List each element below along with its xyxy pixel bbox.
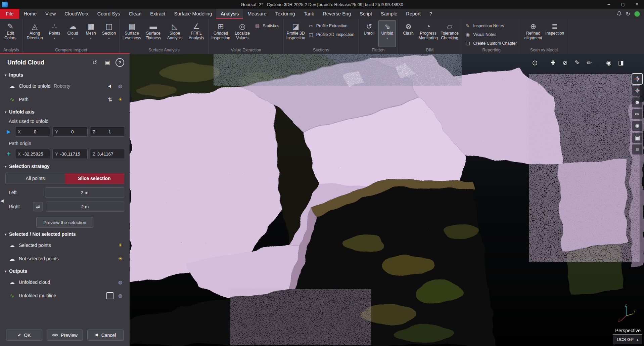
menu-reverse-eng[interactable]: Reverse Eng (318, 9, 355, 19)
inspection-button[interactable]: ≣ Inspection (544, 20, 565, 47)
origin-x-input[interactable] (23, 152, 48, 157)
preview-button[interactable]: Preview (47, 330, 83, 341)
create-custom-chapter-button[interactable]: ❏ Create Custom Chapter (463, 40, 519, 47)
viewport-3d[interactable]: ⊙ ✚ ⊘ ✎ ✏ ◉ ◨ ☻ ✑ ✺ ▣ ≡ Z (130, 54, 644, 346)
texture-tool-icon[interactable]: ◨ (616, 58, 626, 68)
menu-report[interactable]: Report (402, 9, 425, 19)
section-outputs-header[interactable]: ▾ Outputs (0, 265, 130, 275)
ucs-selector[interactable]: UCS GP ▴ (613, 334, 642, 344)
account-status-icon[interactable] (634, 11, 640, 17)
menu-view[interactable]: View (41, 9, 60, 19)
section-inspect-button[interactable]: ◫ Section ▾ (100, 20, 118, 47)
panel-collapse-handle[interactable]: ◀ (0, 198, 4, 203)
export-icon[interactable]: ▣ (103, 58, 112, 67)
link-values-toggle-icon[interactable]: ⇄ (33, 202, 43, 211)
axis-z-input[interactable] (97, 129, 122, 134)
rotation-center-icon[interactable] (632, 74, 642, 84)
visibility-sun-icon[interactable]: ☀ (117, 96, 124, 102)
pick-rotation-point-icon[interactable] (632, 86, 642, 96)
menu-cloudworx[interactable]: CloudWorx (60, 9, 93, 19)
origin-point-icon[interactable]: + (5, 150, 13, 158)
cancel-button[interactable]: ✖ Cancel (87, 330, 124, 341)
refined-alignment-button[interactable]: ⊕ Refined alignment (523, 20, 544, 47)
cloud-inspect-button[interactable]: ☁ Cloud ▾ (64, 20, 82, 47)
viewpoint-avatar-icon[interactable]: ☻ (632, 97, 642, 107)
paint-selection-icon[interactable]: ✑ (632, 109, 642, 119)
slice-selection-button[interactable]: Slice selection (65, 173, 124, 184)
surface-flatness-button[interactable]: ▬ Surface Flatness (143, 20, 164, 47)
sync-icon[interactable]: ↻ (626, 11, 630, 17)
notifications-bell-icon[interactable] (617, 11, 622, 16)
origin-y-input[interactable] (60, 152, 85, 157)
menu-sample[interactable]: Sample (376, 9, 402, 19)
minimize-icon[interactable]: – (602, 0, 616, 9)
menu-file[interactable]: File (0, 9, 19, 19)
menu-analysis[interactable]: Analysis (216, 9, 243, 19)
visibility-bulb-icon[interactable]: ◍ (117, 279, 124, 285)
measure-add-icon[interactable]: ✚ (548, 58, 558, 68)
section-inputs-header[interactable]: ▾ Inputs (0, 69, 130, 79)
along-direction-button[interactable]: ◬ Along Direction (25, 20, 45, 47)
edit-colors-button[interactable]: ✎ Edit Colors (2, 20, 19, 47)
close-icon[interactable]: ✕ (630, 0, 644, 9)
reset-icon[interactable]: ↺ (90, 58, 99, 67)
lighting-icon[interactable]: ✺ (632, 121, 642, 131)
progress-monitoring-button[interactable]: ◔ Progress Monitoring (418, 20, 439, 47)
unfold-button[interactable]: ⇘ Unfold ▾ (378, 20, 396, 47)
slope-analysis-button[interactable]: ◺ Slope Analysis (165, 20, 185, 47)
menu-tank[interactable]: Tank (300, 9, 319, 19)
menu-script[interactable]: Script (355, 9, 376, 19)
unfolded-multiline-checkbox[interactable] (106, 292, 113, 299)
inspection-notes-button[interactable]: ✎ Inspection Notes (463, 23, 507, 29)
menu-extract[interactable]: Extract (146, 9, 170, 19)
axis-direction-icon[interactable]: ▶ (5, 129, 13, 135)
menu-clean[interactable]: Clean (124, 9, 146, 19)
profile-3d-inspection-button[interactable]: ◪ Profile 3D Inspection (285, 20, 306, 47)
tolerance-checking-button[interactable]: ▱ Tolerance Checking (439, 20, 460, 47)
visibility-bulb-icon[interactable]: ◍ (117, 293, 124, 298)
menu-measure[interactable]: Measure (243, 9, 271, 19)
profile-extraction-button[interactable]: ✂ Profile Extraction (307, 23, 350, 29)
axis-y-input[interactable] (60, 129, 85, 134)
view-target-icon[interactable]: ⊙ (530, 58, 540, 68)
projection-mode-label[interactable]: Perspective (615, 328, 641, 333)
reverse-path-icon[interactable]: ⇅ (107, 96, 113, 103)
section-selected-points-header[interactable]: ▾ Selected / Not selected points (0, 228, 130, 239)
surface-levelness-button[interactable]: ▤ Surface Levelness (122, 20, 142, 47)
help-icon[interactable]: ? (116, 58, 124, 67)
menu-texturing[interactable]: Texturing (271, 9, 300, 19)
visibility-sun-icon[interactable]: ☀ (117, 256, 124, 262)
right-distance-field[interactable]: 2 m (46, 202, 124, 212)
origin-z-input[interactable] (97, 152, 122, 157)
preview-selection-button[interactable]: Preview the selection (36, 217, 93, 228)
statistics-button[interactable]: ▥ Statistics (253, 23, 282, 29)
menu-home[interactable]: Home (19, 9, 41, 19)
visibility-tool-icon[interactable]: ◉ (604, 58, 614, 68)
localize-values-button[interactable]: ◎ Localize Values (232, 20, 253, 47)
mesh-inspect-button[interactable]: ▦ Mesh ▾ (82, 20, 100, 47)
axis-x-input[interactable] (23, 129, 48, 134)
menu-help[interactable]: ? (425, 9, 436, 19)
profile-2d-inspection-button[interactable]: ◱ Profile 2D Inspection (307, 31, 357, 38)
visibility-sun-icon[interactable]: ☀ (117, 242, 124, 248)
cloud-to-unfold-value[interactable]: Roberty (54, 83, 103, 89)
maximize-icon[interactable]: ▢ (616, 0, 630, 9)
unroll-button[interactable]: ↺ Unroll (360, 20, 378, 47)
clash-button[interactable]: ⊗ Clash (400, 20, 417, 47)
fffl-analysis-button[interactable]: ∠ FF/FL Analysis (186, 20, 207, 47)
visibility-bulb-icon[interactable]: ◍ (117, 83, 124, 89)
layers-icon[interactable]: ≡ (632, 144, 642, 155)
gridded-inspection-button[interactable]: ⊞ Gridded Inspection (211, 20, 231, 47)
points-inspect-button[interactable]: ∴ Points ▾ (46, 20, 63, 47)
section-selection-strategy-header[interactable]: ▾ Selection strategy (0, 161, 130, 171)
left-distance-field[interactable]: 2 m (45, 187, 124, 198)
annotate-pencil-icon[interactable]: ✎ (572, 58, 582, 68)
ok-button[interactable]: ✔ OK (6, 330, 42, 341)
ucs-box-icon[interactable]: ▣ (632, 133, 642, 143)
all-points-button[interactable]: All points (6, 173, 65, 184)
menu-coord-sys[interactable]: Coord Sys (93, 9, 125, 19)
section-unfold-axis-header[interactable]: ▾ Unfold axis (0, 106, 130, 116)
menu-surface-modeling[interactable]: Surface Modeling (170, 9, 216, 19)
measure-remove-icon[interactable]: ⊘ (560, 58, 570, 68)
visual-notes-button[interactable]: ◉ Visual Notes (463, 31, 499, 38)
